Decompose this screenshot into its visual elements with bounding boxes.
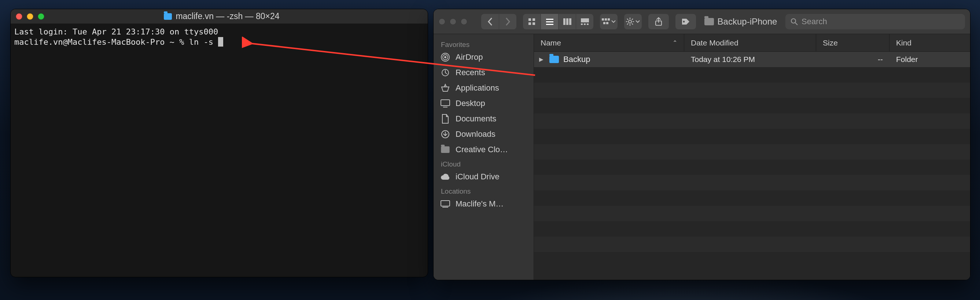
search-placeholder: Search bbox=[802, 17, 827, 26]
column-kind[interactable]: Kind bbox=[889, 34, 970, 51]
file-row-empty bbox=[534, 144, 970, 160]
sidebar-item-label: Desktop bbox=[455, 99, 485, 108]
sidebar-item-airdrop[interactable]: AirDrop bbox=[434, 49, 534, 65]
file-row-empty bbox=[534, 221, 970, 236]
folder-icon bbox=[440, 145, 450, 154]
search-field[interactable]: Search bbox=[785, 14, 965, 29]
disclosure-triangle-icon[interactable]: ▶ bbox=[539, 56, 545, 63]
gear-icon bbox=[626, 18, 634, 26]
sidebar-item-label: iCloud Drive bbox=[455, 172, 500, 182]
sidebar-item-label: Downloads bbox=[455, 129, 495, 139]
close-button[interactable] bbox=[16, 13, 22, 20]
minimize-button[interactable] bbox=[27, 13, 33, 20]
columns-icon bbox=[563, 18, 571, 25]
finder-title: Backup-iPhone bbox=[703, 16, 779, 27]
svg-rect-10 bbox=[581, 18, 589, 22]
chevron-right-icon bbox=[505, 18, 511, 26]
file-row-empty bbox=[534, 206, 970, 221]
svg-line-25 bbox=[632, 24, 633, 25]
svg-rect-8 bbox=[566, 18, 568, 25]
close-button[interactable] bbox=[439, 18, 445, 25]
svg-line-26 bbox=[627, 24, 628, 25]
svg-rect-13 bbox=[587, 24, 589, 25]
search-icon bbox=[791, 18, 798, 25]
sidebar-item-this-mac[interactable]: Maclife's M… bbox=[434, 196, 534, 212]
airdrop-icon bbox=[440, 53, 450, 62]
svg-rect-5 bbox=[546, 21, 554, 22]
documents-icon bbox=[440, 115, 450, 123]
grid-icon bbox=[528, 18, 535, 25]
traffic-lights bbox=[439, 18, 467, 25]
column-date-modified[interactable]: Date Modified bbox=[684, 34, 816, 51]
file-date-modified: Today at 10:26 PM bbox=[684, 55, 816, 64]
folder-icon bbox=[705, 18, 714, 25]
sidebar-item-label: AirDrop bbox=[455, 53, 483, 62]
svg-point-30 bbox=[791, 19, 795, 23]
desktop-icon bbox=[440, 99, 450, 108]
file-name: Backup bbox=[563, 55, 590, 64]
svg-rect-39 bbox=[441, 201, 450, 206]
chevron-down-icon bbox=[635, 20, 640, 23]
svg-point-32 bbox=[444, 56, 446, 58]
svg-rect-9 bbox=[569, 18, 571, 25]
share-button[interactable] bbox=[648, 14, 669, 29]
view-icon-grid[interactable] bbox=[523, 14, 541, 29]
file-row-empty bbox=[534, 129, 970, 144]
chevron-left-icon bbox=[487, 18, 493, 26]
svg-rect-2 bbox=[528, 22, 531, 25]
file-size: -- bbox=[816, 55, 889, 64]
terminal-titlebar[interactable]: maclife.vn — -zsh — 80×24 bbox=[11, 9, 428, 24]
svg-line-24 bbox=[627, 19, 628, 20]
chevron-down-icon bbox=[611, 20, 616, 23]
column-label: Kind bbox=[896, 38, 912, 47]
arrange-button[interactable] bbox=[600, 14, 617, 29]
sidebar-item-label: Documents bbox=[455, 114, 496, 124]
svg-rect-36 bbox=[441, 100, 450, 105]
action-cell bbox=[624, 14, 642, 29]
computer-icon bbox=[440, 199, 450, 208]
file-row-empty bbox=[534, 252, 970, 267]
sidebar-item-documents[interactable]: Documents bbox=[434, 111, 534, 126]
finder-toolbar: Backup-iPhone Search bbox=[434, 9, 970, 34]
forward-button[interactable] bbox=[499, 14, 516, 29]
back-button[interactable] bbox=[481, 14, 499, 29]
view-gallery[interactable] bbox=[576, 14, 593, 29]
view-mode-segment bbox=[523, 14, 593, 29]
column-size[interactable]: Size bbox=[816, 34, 889, 51]
file-row-empty bbox=[534, 83, 970, 98]
column-label: Size bbox=[823, 38, 838, 47]
cursor bbox=[218, 37, 223, 46]
file-row[interactable]: ▶ Backup Today at 10:26 PM -- Folder bbox=[534, 52, 970, 67]
view-list[interactable] bbox=[541, 14, 558, 29]
svg-point-19 bbox=[628, 20, 632, 23]
sidebar-item-applications[interactable]: Applications bbox=[434, 80, 534, 96]
tags-button[interactable] bbox=[675, 14, 696, 29]
share-icon bbox=[655, 17, 662, 26]
terminal-body[interactable]: Last login: Tue Apr 21 23:17:30 on ttys0… bbox=[11, 24, 428, 50]
sidebar-item-recents[interactable]: Recents bbox=[434, 65, 534, 80]
svg-rect-15 bbox=[605, 18, 607, 21]
traffic-lights bbox=[16, 13, 45, 20]
sidebar-item-desktop[interactable]: Desktop bbox=[434, 96, 534, 111]
svg-rect-17 bbox=[603, 22, 605, 24]
finder-content: Name ⌃ Date Modified Size Kind ▶ Backup … bbox=[534, 34, 970, 280]
tag-icon bbox=[681, 18, 690, 25]
minimize-button[interactable] bbox=[450, 18, 456, 25]
svg-rect-6 bbox=[546, 24, 554, 25]
view-columns[interactable] bbox=[558, 14, 576, 29]
sidebar-section-favorites: Favorites bbox=[434, 38, 534, 49]
sidebar-item-downloads[interactable]: Downloads bbox=[434, 126, 534, 142]
file-rows[interactable]: ▶ Backup Today at 10:26 PM -- Folder bbox=[534, 52, 970, 280]
sidebar-item-icloud-drive[interactable]: iCloud Drive bbox=[434, 169, 534, 185]
sidebar-section-icloud: iCloud bbox=[434, 157, 534, 169]
column-name[interactable]: Name ⌃ bbox=[534, 34, 684, 51]
sidebar-item-label: Maclife's M… bbox=[455, 199, 504, 209]
downloads-icon bbox=[440, 130, 450, 139]
action-button[interactable] bbox=[624, 14, 642, 29]
terminal-title: maclife.vn — -zsh — 80×24 bbox=[48, 11, 395, 21]
zoom-button[interactable] bbox=[461, 18, 467, 25]
svg-rect-1 bbox=[533, 18, 535, 21]
zoom-button[interactable] bbox=[38, 13, 45, 20]
sidebar-item-creative-cloud[interactable]: Creative Clo… bbox=[434, 142, 534, 157]
finder-title-text: Backup-iPhone bbox=[718, 16, 777, 27]
